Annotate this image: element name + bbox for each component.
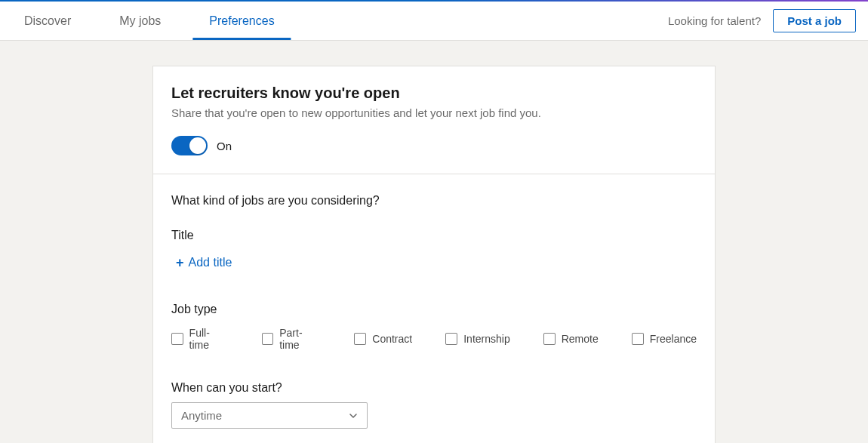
title-label: Title [171,229,697,242]
nav-tabs: Discover My jobs Preferences [0,2,299,40]
checkbox-label: Full-time [189,327,229,351]
tab-discover[interactable]: Discover [0,2,95,40]
checkbox-label: Contract [372,333,412,345]
checkbox-label: Remote [562,333,599,345]
toggle-knob [189,137,206,154]
checkbox-box [543,333,556,345]
tab-my-jobs[interactable]: My jobs [95,2,185,40]
checkbox-parttime[interactable]: Part-time [262,327,322,351]
tab-preferences[interactable]: Preferences [185,2,298,40]
start-select[interactable]: Anytime [171,402,368,429]
checkbox-remote[interactable]: Remote [543,327,599,351]
checkbox-label: Part-time [279,327,321,351]
nav-right: Looking for talent? Post a job [668,9,856,32]
checkbox-label: Freelance [650,333,697,345]
job-type-label: Job type [171,303,697,316]
job-type-options: Full-time Part-time Contract Internship [171,327,697,351]
chevron-down-icon [349,411,358,420]
card-title: Let recruiters know you're open [171,85,697,102]
add-title-text: Add title [189,256,232,269]
card-subtitle: Share that you're open to new opportunit… [171,106,697,119]
content-area: Let recruiters know you're open Share th… [0,41,868,443]
plus-icon: + [176,256,184,269]
talent-prompt: Looking for talent? [668,14,761,27]
start-select-value: Anytime [181,409,222,422]
preferences-card: Let recruiters know you're open Share th… [153,66,715,443]
start-label: When can you start? [171,381,697,395]
start-select-wrap: Anytime [171,402,368,429]
checkbox-box [445,333,457,345]
checkbox-label: Internship [463,333,509,345]
open-toggle-row: On [171,136,697,155]
toggle-label: On [217,140,232,152]
jobs-question: What kind of jobs are you considering? [171,194,697,208]
post-job-button[interactable]: Post a job [773,9,856,32]
nav-bar: Discover My jobs Preferences Looking for… [0,2,868,41]
checkbox-box [262,333,274,345]
job-type-section: Job type Full-time Part-time Contract [171,303,697,351]
add-title-button[interactable]: + Add title [176,256,232,269]
card-header: Let recruiters know you're open Share th… [153,66,715,174]
checkbox-contract[interactable]: Contract [354,327,412,351]
open-toggle[interactable] [171,136,208,155]
checkbox-internship[interactable]: Internship [445,327,509,351]
checkbox-box [171,333,183,345]
card-body: What kind of jobs are you considering? T… [153,174,715,443]
checkbox-box [632,333,644,345]
checkbox-fulltime[interactable]: Full-time [171,327,229,351]
checkbox-freelance[interactable]: Freelance [632,327,697,351]
checkbox-box [354,333,366,345]
